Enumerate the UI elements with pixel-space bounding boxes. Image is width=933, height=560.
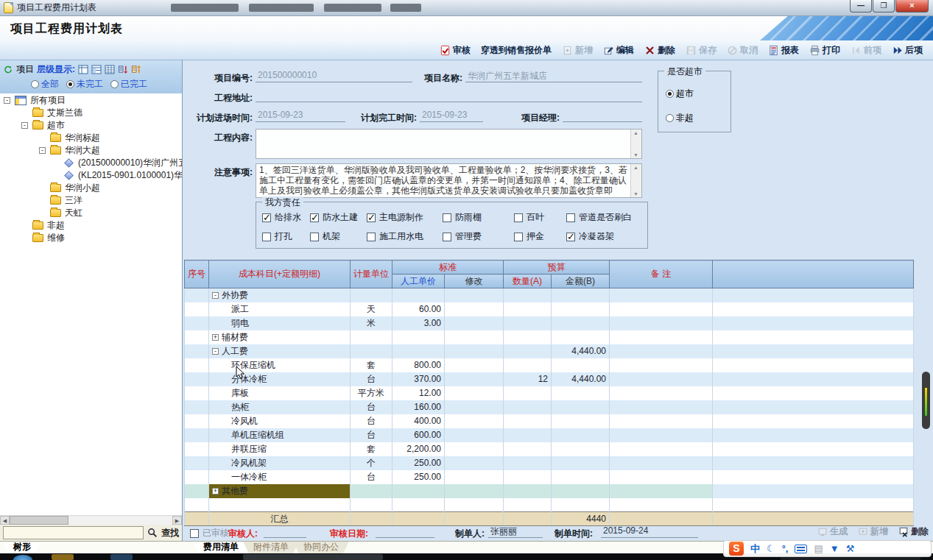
audit-button[interactable]: 审核 (440, 44, 471, 57)
sort-asc-icon[interactable] (131, 65, 141, 74)
checkbox-rain-shelter[interactable]: 防雨棚 (443, 211, 482, 224)
plan-end-field[interactable]: 2015-09-23 (420, 110, 483, 122)
radio-non-supermarket[interactable]: 非超 (666, 112, 694, 124)
tree-item-tianhong[interactable]: 天虹 (0, 207, 182, 219)
make-time-field[interactable]: 2015-09-24 (601, 525, 698, 538)
filter-finished-radio[interactable]: 已完工 (110, 78, 147, 91)
drill-to-quotation-button[interactable]: 穿透到销售报价单 (481, 44, 552, 57)
checkbox-box[interactable] (566, 233, 575, 241)
ime-clipboard-icon[interactable]: ▤ (814, 542, 823, 556)
plan-start-field[interactable]: 2015-09-23 (256, 110, 345, 122)
expander-icon[interactable]: - (4, 97, 10, 104)
row-expander[interactable]: + (212, 488, 219, 495)
tree-item-huarun-dachao[interactable]: -华润大超 (0, 144, 182, 157)
tree-item-feichao[interactable]: 非超 (0, 219, 182, 232)
tree-item-sanyang[interactable]: 三洋 (0, 194, 182, 207)
checkbox-pipe-whitewash[interactable]: 管道是否刷白 (566, 211, 632, 224)
tree-item-project-kl2015[interactable]: (KL2015-0901.0100001)华润 (0, 169, 182, 182)
checkbox-box[interactable] (566, 213, 575, 222)
maker-field[interactable]: 张丽丽 (488, 525, 543, 538)
ime-punctuation-icon[interactable]: °, (782, 542, 789, 556)
checkbox-drainage[interactable]: 给排水 (262, 211, 301, 224)
tab-tree[interactable]: 树形 (3, 542, 41, 553)
footer-delete-button[interactable]: 删除 (898, 525, 929, 538)
checkbox-box[interactable] (310, 213, 319, 222)
auditor-field[interactable] (264, 525, 306, 538)
row-expander[interactable]: - (212, 292, 219, 299)
view-table-icon[interactable] (105, 65, 115, 74)
checkbox-box[interactable] (443, 213, 451, 222)
view-grid-icon[interactable] (78, 65, 88, 74)
taskbar-item[interactable] (110, 554, 133, 560)
checkbox-box[interactable] (262, 233, 271, 241)
restore-button[interactable]: ❐ (873, 0, 895, 13)
ime-skin-icon[interactable]: ▼ (830, 542, 839, 556)
tree-item-supermarket[interactable]: -超市 (0, 119, 182, 132)
address-field[interactable] (256, 90, 642, 102)
minimize-button[interactable]: — (850, 0, 872, 13)
checkbox-rack[interactable]: 机架 (310, 230, 340, 243)
radio-supermarket[interactable]: 超市 (666, 88, 694, 100)
tree-item-weixiu[interactable]: 维修 (0, 232, 182, 244)
refresh-icon[interactable] (3, 65, 13, 74)
taskbar-active-item[interactable] (243, 554, 383, 560)
tab-attachment-list[interactable]: 附件清单 (243, 542, 299, 553)
checkbox-box[interactable] (514, 233, 523, 241)
textarea-scrollbar[interactable] (630, 164, 641, 197)
expander-icon[interactable]: - (39, 147, 46, 154)
scroll-right-arrow[interactable]: ▶ (172, 516, 182, 525)
table-scrollbar-thumb[interactable] (922, 372, 930, 429)
checkbox-main-power[interactable]: 主电源制作 (367, 211, 423, 224)
project-name-field[interactable]: 华润广州五羊新城店 (465, 70, 642, 82)
audit-date-field[interactable] (376, 525, 434, 538)
checkbox-deposit[interactable]: 押金 (514, 230, 544, 243)
manager-field[interactable] (563, 110, 642, 122)
checkbox-box[interactable] (514, 213, 523, 222)
edit-button[interactable]: 编辑 (603, 44, 634, 57)
taskbar-item[interactable] (52, 554, 74, 560)
scroll-left-arrow[interactable]: ◀ (0, 516, 10, 525)
checkbox-box[interactable] (367, 233, 376, 241)
next-button[interactable]: 后项 (892, 44, 923, 57)
print-button[interactable]: 打印 (809, 44, 840, 57)
row-expander[interactable]: - (212, 348, 219, 355)
checkbox-box[interactable] (262, 213, 271, 222)
ime-mode-icon[interactable]: 中 (750, 542, 760, 556)
checkbox-condenser-rack[interactable]: 冷凝器架 (566, 230, 614, 243)
tree-item-huarun-biaochao[interactable]: 华润标超 (0, 132, 182, 144)
checkbox-box[interactable] (367, 213, 376, 222)
tree-item-huarun-xiaochao[interactable]: 华润小超 (0, 182, 182, 194)
checkbox-drilling[interactable]: 打孔 (262, 230, 292, 243)
expander-icon[interactable]: - (21, 122, 28, 129)
tab-collaboration[interactable]: 协同办公 (293, 542, 349, 553)
checkbox-box[interactable] (310, 233, 319, 241)
tree-item-all-projects[interactable]: -所有项目 (0, 94, 182, 107)
sort-desc-icon[interactable] (118, 65, 128, 74)
scrollbar-thumb[interactable] (10, 516, 68, 525)
delete-button[interactable]: 删除 (644, 44, 675, 57)
tab-expense-list[interactable]: 费用清单 (193, 542, 249, 553)
find-button[interactable]: 查找 (161, 527, 179, 539)
close-button[interactable]: × (895, 0, 929, 13)
start-orb[interactable] (13, 555, 32, 560)
checkbox-box[interactable] (190, 529, 199, 538)
filter-unfinished-radio[interactable]: 未完工 (66, 78, 103, 91)
search-icon[interactable] (147, 528, 158, 538)
audited-checkbox[interactable]: 已审核 (190, 527, 229, 539)
row-expander[interactable]: + (212, 334, 219, 341)
checkbox-construction-utilities[interactable]: 施工用水电 (367, 230, 423, 243)
checkbox-louver[interactable]: 百叶 (514, 211, 544, 224)
tree-item-project-201500000010[interactable]: (201500000010)华润广州五羊新城店 (0, 157, 182, 169)
notes-textarea[interactable]: 1、签回三洋送货单、华润版验收单及我司验收单、工程量验收单；2、按华润要求接货，… (256, 163, 642, 198)
checkbox-waterproof-civil[interactable]: 防水土建 (310, 211, 358, 224)
tree-horizontal-scrollbar[interactable]: ◀ ▶ (0, 515, 182, 525)
view-detail-icon[interactable] (91, 65, 102, 74)
project-no-field[interactable]: 201500000010 (256, 70, 412, 82)
ime-keyboard-icon[interactable] (795, 545, 807, 553)
ime-wrench-icon[interactable]: ⚒ (846, 542, 855, 556)
checkbox-box[interactable] (443, 233, 451, 241)
filter-all-radio[interactable]: 全部 (31, 78, 59, 91)
ime-logo-icon[interactable]: S (729, 542, 744, 556)
checkbox-management-fee[interactable]: 管理费 (443, 230, 482, 243)
textarea-scrollbar[interactable] (630, 130, 641, 158)
